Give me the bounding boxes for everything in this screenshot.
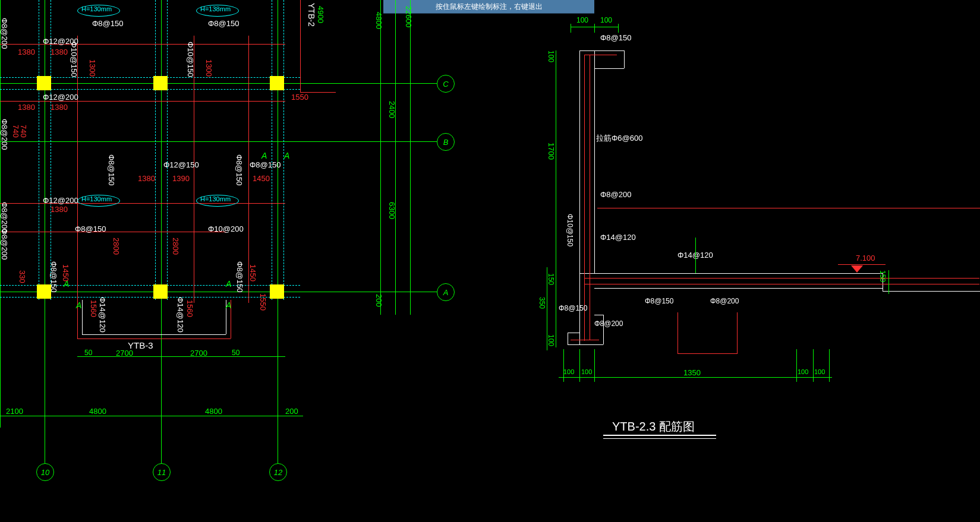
rebar [678, 312, 678, 354]
rebar [678, 353, 737, 354]
rebar-label: Φ12@150 [163, 160, 199, 169]
rebar-line [248, 36, 249, 303]
dim: 2100 [6, 407, 23, 416]
gridline-A [0, 292, 437, 292]
rebar-line [0, 232, 226, 232]
rebar-label: Φ10@150 [70, 42, 78, 77]
dim: 50 [232, 349, 240, 357]
column [37, 76, 51, 90]
dim: 1550 [259, 293, 267, 311]
dim: 50 [84, 349, 92, 357]
thickness-label: H=130mm [81, 5, 112, 12]
dim: 6300 [387, 202, 396, 219]
rebar-label: Φ8@150 [600, 33, 632, 42]
rebar-label: Φ8@150 [75, 224, 106, 233]
slab-edge [39, 0, 39, 300]
dim: 4800 [205, 407, 222, 416]
rebar-label: Φ8@200 [0, 229, 9, 260]
dim: 1380 [51, 205, 68, 214]
rebar-label: Φ8@150 [250, 160, 281, 169]
cad-drawing-canvas[interactable]: 按住鼠标左键绘制标注，右键退出 10 11 12 C B A [0, 0, 980, 522]
slab-edge [272, 0, 272, 300]
dim: 150 [878, 270, 887, 282]
thickness-label: H=138mm [200, 5, 231, 12]
rebar-label: Φ8@150 [235, 261, 244, 293]
dim-tick [579, 349, 580, 382]
dim: 2800 [112, 238, 121, 255]
dim: 22600 [404, 6, 413, 27]
gridline-12 [278, 0, 278, 463]
grid-bubble-C: C [437, 75, 455, 93]
dim: 200 [285, 407, 298, 416]
rebar-label: Φ8@150 [107, 154, 116, 186]
section-outline [568, 333, 568, 344]
dim: 1380 [51, 103, 68, 112]
dim: 100 [547, 334, 555, 346]
rebar-label: Φ8@150 [92, 19, 124, 28]
gridline-C [0, 83, 437, 84]
dim: 2700 [116, 349, 133, 358]
column [153, 284, 168, 299]
dim: 4800 [374, 12, 383, 29]
rebar [584, 55, 617, 55]
section-mark-A: A [64, 279, 69, 289]
title-underline [603, 435, 716, 436]
dim-tick [829, 349, 830, 382]
hint-banner: 按住鼠标左键绘制标注，右键退出 [383, 0, 594, 14]
dim-chain [556, 50, 556, 347]
elevation-line [838, 264, 886, 265]
section-outline [568, 344, 603, 345]
ytb3-outline [77, 338, 231, 339]
dim: 1550 [291, 93, 308, 102]
section-mark-A: A [261, 151, 267, 160]
section-outline [579, 273, 883, 274]
grid-bubble-11: 11 [153, 463, 171, 481]
rebar [590, 55, 590, 340]
rebar [737, 312, 738, 354]
section-outline [594, 288, 883, 289]
dim: 740 [19, 125, 28, 138]
dim: 1700 [547, 143, 556, 160]
dim: 2400 [387, 101, 396, 118]
dim: 1380 [18, 48, 35, 56]
dim: 150 [547, 273, 555, 285]
rebar-label: Φ10@150 [186, 42, 195, 77]
rebar-label: Φ14@120 [98, 297, 107, 333]
rebar-label: Φ12@200 [43, 93, 78, 102]
title-underline [603, 438, 716, 439]
dim: 1380 [138, 174, 155, 183]
dim-tick [796, 349, 797, 382]
section-outline [883, 291, 980, 292]
rebar [597, 208, 980, 208]
dim: 1350 [683, 368, 701, 377]
rebar-label: Φ10@200 [208, 224, 244, 233]
dim-chain-2 [395, 0, 396, 315]
dim: 100 [547, 50, 555, 62]
elevation-value: 7.100 [856, 254, 875, 262]
grid-bubble-A: A [437, 283, 455, 301]
dim: 4900 [316, 6, 325, 23]
rebar-label: Φ8@200 [0, 18, 9, 49]
section-mark-A: A [226, 300, 231, 310]
dim: 1450 [253, 174, 270, 183]
ytb3-outer [82, 334, 226, 335]
dim-tick [563, 349, 564, 382]
rebar [571, 340, 599, 340]
rebar-label: Φ8@200 [710, 297, 739, 305]
dim-tick [594, 24, 595, 33]
slab-edge [167, 0, 168, 300]
detail-title: YTB-2.3 配筋图 [612, 419, 695, 435]
column [270, 284, 284, 299]
ref-line [695, 238, 696, 273]
section-outline [624, 50, 625, 68]
rebar-label: Φ8@150 [208, 19, 240, 28]
column [270, 76, 284, 90]
rebar-label: 拉筋Φ6@600 [596, 133, 643, 144]
rebar-label: Φ14@120 [600, 233, 636, 242]
dim-tick [813, 349, 814, 382]
rebar-label: Φ8@200 [594, 319, 623, 328]
dim-tick [571, 24, 571, 33]
dim: 1560 [185, 300, 194, 317]
dim: 4800 [89, 407, 106, 416]
dim: 1300 [204, 59, 213, 77]
